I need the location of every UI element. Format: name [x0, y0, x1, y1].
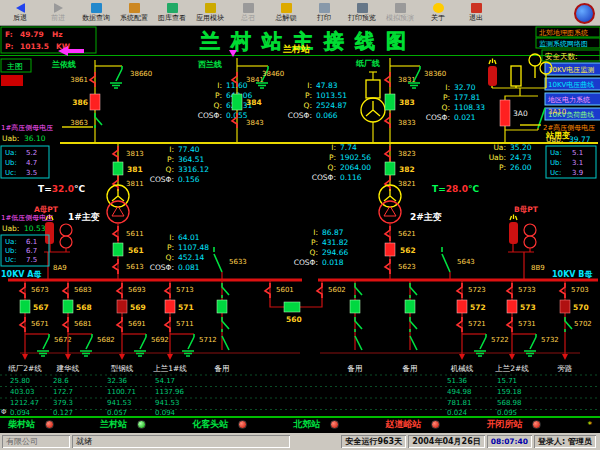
alarm-box[interactable]	[1, 75, 23, 86]
i-value: 28.6	[53, 377, 69, 385]
breaker-560[interactable]	[284, 302, 300, 312]
disconnect-3861[interactable]	[90, 72, 95, 87]
earth-switch-38660[interactable]	[110, 66, 122, 88]
breaker-3A0[interactable]	[500, 100, 510, 126]
disconnect-3823[interactable]	[385, 146, 390, 161]
disconnect-5643[interactable]	[442, 247, 450, 272]
disconnect-3863[interactable]	[95, 113, 102, 128]
station-zhaodaoyu[interactable]: 赵道峪站	[385, 418, 440, 431]
ua-value: 6.1	[26, 238, 37, 246]
disconnect-5611[interactable]	[113, 226, 118, 241]
print-preview-button[interactable]: 打印预览	[344, 2, 380, 23]
disconnect-3811[interactable]	[113, 176, 118, 191]
station-lancun[interactable]: 兰村站	[100, 418, 146, 431]
app-module-button[interactable]: 应用模块	[192, 2, 228, 23]
disconnect-3813[interactable]	[113, 146, 118, 161]
breaker-561[interactable]	[113, 243, 123, 256]
disconnect-5703[interactable]	[560, 283, 565, 298]
breaker-label: 383	[399, 98, 415, 107]
breaker-381[interactable]	[113, 162, 123, 175]
earth-switch-open[interactable]	[355, 336, 362, 350]
breaker-562[interactable]	[385, 243, 395, 256]
disconnect-5681[interactable]	[63, 317, 68, 332]
disconnect-5713[interactable]	[165, 283, 170, 298]
system-config-button[interactable]: 系统配置	[116, 2, 152, 23]
disconnect-5691[interactable]	[117, 317, 122, 332]
disconnect-5702[interactable]	[565, 317, 572, 332]
breaker-spare[interactable]	[217, 300, 227, 313]
transformer-2-bay: 3823 382 3821 2#主变 T=28.0°C I: 7.74 P: 1…	[294, 143, 480, 280]
breaker-570[interactable]	[560, 300, 570, 313]
disconnect-open[interactable]	[222, 283, 229, 298]
exit-button[interactable]: 退出	[458, 2, 494, 23]
disconnect-5613[interactable]	[113, 259, 118, 274]
disconnect-open[interactable]	[355, 283, 362, 298]
forward-button[interactable]: 前进	[40, 2, 76, 23]
breaker-386[interactable]	[90, 94, 100, 110]
library-view-button[interactable]: 图库查看	[154, 2, 190, 23]
station-huaketou[interactable]: 化客头站	[192, 418, 247, 431]
disconnect-5711[interactable]	[165, 317, 170, 332]
disconnect-open[interactable]	[222, 317, 229, 332]
breaker-383[interactable]	[385, 94, 395, 110]
arrester	[488, 66, 497, 86]
breaker-571[interactable]	[165, 300, 175, 313]
breaker-384[interactable]	[232, 94, 242, 110]
disconnect-5671[interactable]	[20, 317, 25, 332]
bus-b-pt[interactable]: B母PT 8B9	[508, 205, 545, 280]
ua-label: Ua:	[5, 238, 17, 246]
disconnect-5602[interactable]	[317, 283, 322, 298]
breaker-568[interactable]	[63, 300, 73, 313]
disconnect-open[interactable]	[355, 317, 362, 332]
disconnect-open[interactable]	[410, 283, 417, 298]
earth-switch-label: 5722	[491, 336, 509, 344]
transformer-lv-winding[interactable]	[107, 201, 129, 223]
power-value: 1013.5	[20, 42, 49, 51]
disconnect-3831[interactable]	[385, 72, 390, 87]
feeder-bay-zhichang2: 5673 567 5671 5672 纸厂2#线 25.80 403.03 12…	[8, 280, 72, 417]
station-kaibisuo[interactable]: 开闭所站	[486, 418, 541, 431]
geo-map-link[interactable]: 北郊地理图系统	[539, 29, 588, 37]
breaker-573[interactable]	[507, 300, 517, 313]
disconnect-5683[interactable]	[63, 283, 68, 298]
earth-switch-label: 38660	[130, 70, 152, 78]
network-map-link[interactable]: 监测系统网络图	[539, 40, 588, 48]
print-preview-label: 打印预览	[348, 14, 376, 22]
breaker-572[interactable]	[457, 300, 467, 313]
disconnect-5621[interactable]	[385, 226, 390, 241]
cos-label: COSΦ:	[150, 263, 174, 272]
breaker-382[interactable]	[385, 162, 395, 175]
disconnect-5623[interactable]	[385, 259, 390, 274]
breaker-569[interactable]	[117, 300, 127, 313]
print-button[interactable]: 打印	[306, 2, 342, 23]
disconnect-label: 5613	[126, 263, 144, 271]
disconnect-open[interactable]	[410, 317, 417, 332]
earth-switch-open[interactable]	[222, 336, 229, 350]
back-button[interactable]: 后退	[2, 2, 38, 23]
disconnect-5731[interactable]	[507, 317, 512, 332]
simulation-button[interactable]: 模拟预演	[382, 2, 418, 23]
disconnect-3821[interactable]	[385, 176, 390, 191]
ub-value: 3.1	[572, 159, 583, 167]
earth-switch-open[interactable]	[410, 336, 417, 350]
disconnect-5601[interactable]	[265, 283, 270, 298]
disconnect-5633[interactable]	[214, 247, 222, 272]
p-value: 403.03	[10, 388, 35, 396]
breaker-567[interactable]	[20, 300, 30, 313]
breaker-spare[interactable]	[405, 300, 415, 313]
pt-35kv[interactable]	[361, 72, 385, 143]
station-beijiao[interactable]: 北郊站	[293, 418, 339, 431]
disconnect-5733[interactable]	[507, 283, 512, 298]
disconnect-5723[interactable]	[457, 283, 462, 298]
disconnect-3833[interactable]	[385, 113, 390, 128]
disconnect-5673[interactable]	[20, 283, 25, 298]
about-button[interactable]: 关于	[420, 2, 456, 23]
data-query-button[interactable]: 数据查询	[78, 2, 114, 23]
breaker-spare[interactable]	[350, 300, 360, 313]
general-call-button[interactable]: 总召	[230, 2, 266, 23]
unlock-all-button[interactable]: 总解锁	[268, 2, 304, 23]
disconnect-5693[interactable]	[117, 283, 122, 298]
transformer-lv-winding[interactable]	[379, 201, 401, 223]
disconnect-5721[interactable]	[457, 317, 462, 332]
station-chaicun[interactable]: 柴村站	[8, 418, 54, 431]
